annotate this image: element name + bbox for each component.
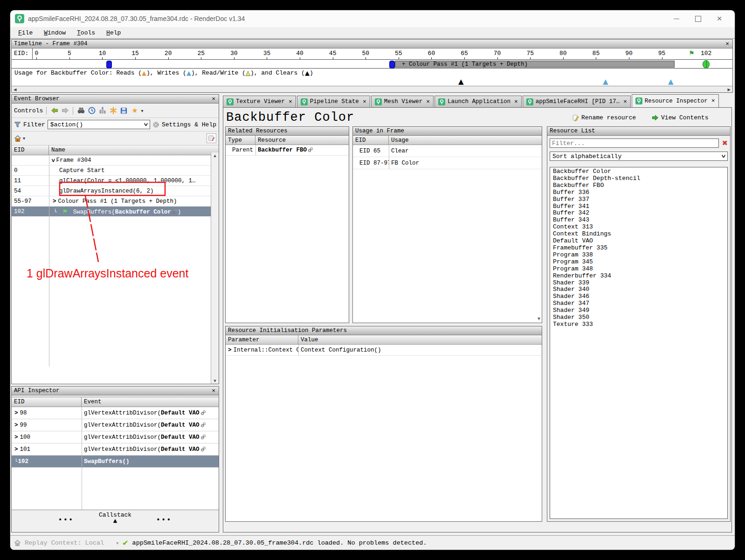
current-event-marker[interactable]	[703, 60, 710, 69]
expand-chevron-icon[interactable]: >	[53, 198, 56, 205]
resource-list-item[interactable]: Shader 349	[551, 307, 726, 314]
tab-capture-connection[interactable]: appSmileFaceRHI [PID 17… ×	[523, 96, 631, 107]
tab-close-icon[interactable]: ×	[289, 98, 292, 105]
resource-list-item[interactable]: Shader 350	[551, 314, 726, 321]
column-parameter[interactable]: Parameter	[226, 335, 298, 344]
usage-row[interactable]: EID 65 Clear	[353, 145, 542, 157]
timeline-ruler[interactable]: EID: 05101520253035404550556065707580859…	[12, 48, 732, 60]
expand-chevron-icon[interactable]: >	[14, 410, 18, 416]
expand-chevron-icon[interactable]: >	[14, 434, 18, 441]
api-inspector-close-icon[interactable]: ×	[211, 388, 216, 394]
tab-close-icon[interactable]: ×	[363, 98, 366, 105]
event-browser-close-icon[interactable]: ×	[211, 96, 216, 102]
event-marker-eid54[interactable]	[389, 61, 395, 69]
column-resource[interactable]: Resource	[255, 137, 349, 144]
resource-list-item[interactable]: Backbuffer Depth-stencil	[551, 175, 726, 182]
resource-list-item[interactable]: Shader 340	[551, 286, 726, 293]
column-eid[interactable]: EID	[353, 136, 389, 145]
event-row-gldrawarraysinstanced[interactable]: 54 glDrawArraysInstanced(6, 2)	[12, 186, 219, 196]
settings-gear-icon[interactable]	[152, 121, 159, 128]
tab-launch-application[interactable]: Launch Application ×	[435, 96, 522, 107]
bookmark-star-icon[interactable]: ★	[130, 106, 139, 115]
column-usage[interactable]: Usage	[389, 137, 542, 144]
resource-list-item[interactable]: Backbuffer Color	[551, 168, 726, 175]
sort-dropdown[interactable]: Sort alphabetically >	[550, 152, 728, 161]
colour-pass-bar[interactable]: + Colour Pass #1 (1 Targets + Depth)	[395, 61, 675, 68]
menu-tools[interactable]: Tools	[73, 29, 99, 37]
event-row-swapbuffers-selected[interactable]: 102 └ ⚑ SwapBuffers(Backbuffer Color)	[12, 207, 219, 216]
tab-close-icon[interactable]: ×	[514, 98, 518, 105]
counters-stats-icon[interactable]	[98, 106, 107, 115]
related-resource-row[interactable]: Parent Backbuffer FBO	[226, 145, 349, 156]
resource-list-item[interactable]: Buffer 342	[551, 210, 726, 217]
resource-list-item[interactable]: Renderbuffer 334	[551, 273, 726, 280]
write-usage-marker[interactable]: ▲	[603, 77, 608, 86]
expand-chevron-icon[interactable]: >	[14, 446, 18, 453]
close-button[interactable]: ×	[715, 14, 724, 23]
tab-close-icon[interactable]: ×	[426, 98, 430, 105]
resource-link-icon[interactable]	[200, 434, 206, 440]
resource-list-item[interactable]: Buffer 337	[551, 196, 726, 203]
resource-list-item[interactable]: Framebuffer 335	[551, 245, 726, 252]
event-browser-scrollbar[interactable]: ▴ ▾	[211, 152, 219, 384]
tab-mesh-viewer[interactable]: Mesh Viewer ×	[371, 96, 434, 107]
replay-context-dropdown-icon[interactable]: ▾	[116, 540, 118, 546]
save-icon[interactable]	[119, 106, 128, 115]
resource-filter-input[interactable]	[550, 138, 719, 148]
resource-list-item[interactable]: Context Bindings	[551, 231, 726, 238]
resource-link-icon[interactable]	[200, 410, 206, 415]
tab-pipeline-state[interactable]: Pipeline State ×	[297, 96, 370, 107]
resource-list-item[interactable]: Buffer 336	[551, 189, 726, 196]
maximize-button[interactable]	[694, 14, 702, 23]
column-event[interactable]: Event	[82, 399, 219, 405]
tab-texture-viewer[interactable]: Texture Viewer ×	[223, 96, 296, 107]
menu-file[interactable]: File	[14, 29, 37, 37]
collapse-chevron-icon[interactable]: >	[49, 159, 56, 162]
minimize-button[interactable]	[672, 14, 681, 23]
replay-context-label[interactable]: Replay Context: Local	[25, 539, 104, 546]
resource-link-icon[interactable]	[200, 422, 206, 428]
settings-help-label[interactable]: Settings & Help	[162, 121, 216, 128]
menu-window[interactable]: Window	[40, 29, 70, 37]
column-eid[interactable]: EID	[12, 397, 82, 407]
snowflake-asterisk-icon[interactable]	[109, 106, 117, 115]
menu-help[interactable]: Help	[102, 29, 125, 37]
filter-combobox[interactable]: $action() >	[48, 120, 150, 129]
event-row-glclear[interactable]: 11 glClear(Color = <1.000000, 1.000000, …	[12, 176, 219, 186]
resource-list-item[interactable]: Shader 347	[551, 300, 726, 307]
api-event-row-selected[interactable]: └102 SwapBuffers()	[12, 456, 219, 468]
combo-chevron-icon[interactable]: >	[719, 155, 727, 158]
resource-link-icon[interactable]	[172, 209, 178, 214]
column-value[interactable]: Value	[298, 337, 542, 343]
clear-filter-icon[interactable]: ✖	[722, 139, 728, 147]
resource-list-item[interactable]: Shader 346	[551, 293, 726, 300]
step-back-button[interactable]	[50, 106, 59, 115]
tab-close-icon[interactable]: ×	[711, 97, 715, 104]
step-forward-button[interactable]	[61, 106, 69, 115]
home-icon[interactable]	[14, 135, 21, 142]
scroll-down-icon[interactable]: ▾	[538, 315, 540, 322]
api-event-row[interactable]: >101 glVertexAttribDivisor(Default VAO	[12, 443, 219, 456]
home-dropdown-icon[interactable]: ▾	[23, 136, 25, 141]
timeline-marker-track[interactable]: + Colour Pass #1 (1 Targets + Depth)	[12, 60, 732, 69]
callstack-expand-icon[interactable]: ▲	[12, 519, 219, 523]
tab-close-icon[interactable]: ×	[623, 98, 627, 105]
resource-list-item[interactable]: Program 345	[551, 259, 726, 266]
scroll-down-icon[interactable]: ▾	[214, 378, 216, 384]
event-row-frame[interactable]: >Frame #304	[12, 155, 219, 166]
timing-clock-icon[interactable]	[87, 106, 96, 115]
resource-list-item[interactable]: Shader 339	[551, 280, 726, 287]
clear-usage-marker[interactable]: ▲	[458, 77, 464, 86]
resource-list-item[interactable]: Context 313	[551, 224, 726, 231]
expand-chevron-icon[interactable]: >	[14, 422, 18, 429]
column-eid[interactable]: EID	[12, 145, 49, 155]
resource-list-item[interactable]: Program 338	[551, 252, 726, 259]
resource-list-item[interactable]: Buffer 343	[551, 217, 726, 224]
api-event-row[interactable]: >100 glVertexAttribDivisor(Default VAO	[12, 431, 219, 443]
scroll-left-icon[interactable]: ◂	[14, 86, 17, 92]
resource-list-item[interactable]: Texture 333	[551, 321, 726, 328]
api-event-row[interactable]: >98 glVertexAttribDivisor(Default VAO	[12, 407, 219, 419]
timeline-close-icon[interactable]: ×	[724, 41, 730, 47]
rename-resource-button[interactable]: Rename resource	[572, 114, 636, 121]
find-event-icon[interactable]	[76, 106, 85, 115]
